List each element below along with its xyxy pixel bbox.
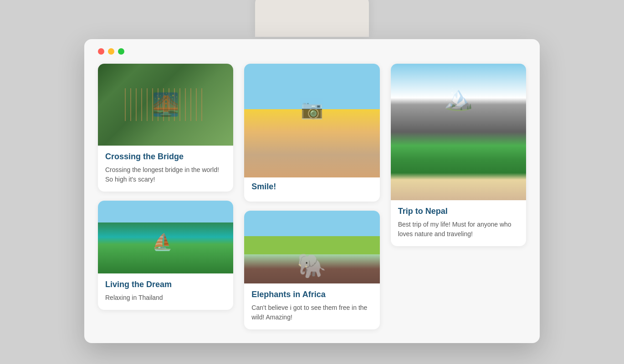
page-background: Crossing the Bridge Crossing the longest… <box>0 0 624 364</box>
elephants-card-body: Elephants in Africa Can't believe i got … <box>244 283 379 329</box>
bridge-card-title: Crossing the Bridge <box>105 152 226 162</box>
nepal-image <box>391 64 526 200</box>
thailand-card-body: Living the Dream Relaxing in Thailand <box>98 273 233 310</box>
column-3: Trip to Nepal Best trip of my life! Must… <box>391 64 526 246</box>
elephants-image <box>244 211 379 283</box>
column-2: Smile! Elephants in Africa Can't believe… <box>244 64 379 329</box>
column-1: Crossing the Bridge Crossing the longest… <box>98 64 233 310</box>
bridge-card[interactable]: Crossing the Bridge Crossing the longest… <box>98 64 233 192</box>
smile-card[interactable]: Smile! <box>244 64 379 202</box>
elephants-card-desc: Can't believe i got to see them free in … <box>251 303 372 322</box>
smile-image <box>244 64 379 177</box>
nepal-card[interactable]: Trip to Nepal Best trip of my life! Must… <box>391 64 526 246</box>
smile-card-title: Smile! <box>251 182 372 192</box>
content-grid: Crossing the Bridge Crossing the longest… <box>98 64 526 329</box>
bridge-card-desc: Crossing the longest bridge in the world… <box>105 165 226 184</box>
nepal-card-title: Trip to Nepal <box>398 207 519 216</box>
close-button[interactable] <box>98 48 104 55</box>
bridge-card-body: Crossing the Bridge Crossing the longest… <box>98 146 233 192</box>
minimize-button[interactable] <box>108 48 114 55</box>
thailand-card-title: Living the Dream <box>105 280 226 289</box>
thailand-card[interactable]: Living the Dream Relaxing in Thailand <box>98 201 233 310</box>
elephants-card-title: Elephants in Africa <box>251 290 372 299</box>
thailand-card-desc: Relaxing in Thailand <box>105 293 226 303</box>
bridge-image <box>98 64 233 146</box>
nepal-card-desc: Best trip of my life! Must for anyone wh… <box>398 220 519 239</box>
elephants-card[interactable]: Elephants in Africa Can't believe i got … <box>244 211 379 329</box>
thailand-image <box>98 201 233 273</box>
smile-card-body: Smile! <box>244 177 379 202</box>
shadow-card <box>255 0 369 37</box>
window-controls <box>98 48 526 55</box>
maximize-button[interactable] <box>118 48 124 55</box>
main-window: Crossing the Bridge Crossing the longest… <box>84 39 540 343</box>
window-wrapper: Crossing the Bridge Crossing the longest… <box>84 21 540 343</box>
nepal-card-body: Trip to Nepal Best trip of my life! Must… <box>391 200 526 246</box>
